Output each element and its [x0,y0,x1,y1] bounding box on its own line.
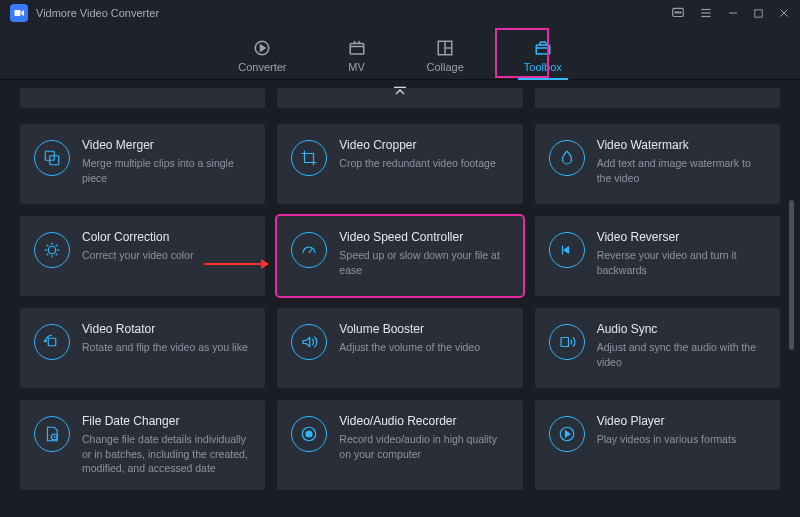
card-title: Video/Audio Recorder [339,414,508,428]
svg-rect-17 [536,45,550,54]
card-desc: Merge multiple clips into a single piece [82,156,251,185]
recorder-icon [291,416,327,452]
tab-toolbox[interactable]: Toolbox [524,39,562,79]
watermark-icon [549,140,585,176]
color-icon [34,232,70,268]
cropper-icon [291,140,327,176]
tab-mv[interactable]: MV [347,39,367,79]
card-video-audio-recorder[interactable]: Video/Audio Recorder Record video/audio … [277,400,522,490]
svg-point-21 [48,246,56,254]
svg-rect-13 [350,44,364,55]
svg-line-26 [47,245,49,247]
card-title: Audio Sync [597,322,766,336]
card-audio-sync[interactable]: Audio Sync Adjust and sync the audio wit… [535,308,780,388]
card-desc: Crop the redundant video footage [339,156,508,171]
main-tabs: Converter MV Collage Toolbox [0,26,800,80]
card-video-player[interactable]: Video Player Play videos in various form… [535,400,780,490]
card-desc: Play videos in various formats [597,432,766,447]
svg-line-29 [56,245,58,247]
card-desc: Change file date details individually or… [82,432,251,476]
card-video-reverser[interactable]: Video Reverser Reverse your video and tu… [535,216,780,296]
card-video-rotator[interactable]: Video Rotator Rotate and flip the video … [20,308,265,388]
card-title: File Date Changer [82,414,251,428]
card-title: Video Rotator [82,322,251,336]
toolbox-content: Video Merger Merge multiple clips into a… [0,80,800,517]
card-desc: Reverse your video and turn it backwards [597,248,766,277]
card-desc: Record video/audio in high quality on yo… [339,432,508,461]
close-icon[interactable] [778,7,790,19]
card-title: Video Merger [82,138,251,152]
feedback-icon[interactable] [671,6,685,20]
card-title: Video Speed Controller [339,230,508,244]
svg-point-36 [306,431,312,437]
tab-label: Toolbox [524,61,562,73]
card-desc: Rotate and flip the video as you like [82,340,251,355]
svg-point-4 [680,12,681,13]
card-video-watermark[interactable]: Video Watermark Add text and image water… [535,124,780,204]
svg-line-30 [309,249,312,254]
player-icon [549,416,585,452]
app-title: Vidmore Video Converter [36,7,671,19]
card-desc: Add text and image watermark to the vide… [597,156,766,185]
card-desc: Speed up or slow down your file at ease [339,248,508,277]
svg-rect-32 [48,338,56,346]
card-color-correction[interactable]: Color Correction Correct your video colo… [20,216,265,296]
svg-point-2 [675,12,676,13]
tab-collage[interactable]: Collage [427,39,464,79]
card-title: Video Cropper [339,138,508,152]
card-file-date-changer[interactable]: File Date Changer Change file date detai… [20,400,265,490]
titlebar: Vidmore Video Converter [0,0,800,26]
card-desc: Correct your video color [82,248,251,263]
svg-line-28 [47,254,49,256]
partial-card[interactable] [20,88,265,108]
card-title: Color Correction [82,230,251,244]
svg-rect-9 [755,9,762,16]
tab-label: MV [348,61,365,73]
card-title: Video Reverser [597,230,766,244]
card-volume-booster[interactable]: Volume Booster Adjust the volume of the … [277,308,522,388]
card-title: Video Watermark [597,138,766,152]
speed-icon [291,232,327,268]
menu-icon[interactable] [699,6,713,20]
merger-icon [34,140,70,176]
scrollbar-thumb[interactable] [789,200,794,350]
filedate-icon [34,416,70,452]
toolbox-grid: Video Merger Merge multiple clips into a… [20,124,780,490]
card-desc: Adjust and sync the audio with the video [597,340,766,369]
maximize-icon[interactable] [753,8,764,19]
tab-converter[interactable]: Converter [238,39,286,79]
minimize-icon[interactable] [727,7,739,19]
svg-rect-33 [561,338,569,347]
tab-label: Converter [238,61,286,73]
card-title: Video Player [597,414,766,428]
partial-card[interactable] [535,88,780,108]
window-controls [671,6,790,20]
annotation-arrow [204,263,268,265]
card-desc: Adjust the volume of the video [339,340,508,355]
card-video-speed-controller[interactable]: Video Speed Controller Speed up or slow … [277,216,522,296]
volume-icon [291,324,327,360]
card-title: Volume Booster [339,322,508,336]
rotator-icon [34,324,70,360]
svg-point-3 [677,12,678,13]
card-video-merger[interactable]: Video Merger Merge multiple clips into a… [20,124,265,204]
tab-label: Collage [427,61,464,73]
svg-rect-0 [15,10,21,16]
scroll-up-icon[interactable] [392,85,408,102]
reverser-icon [549,232,585,268]
audiosync-icon [549,324,585,360]
card-video-cropper[interactable]: Video Cropper Crop the redundant video f… [277,124,522,204]
svg-line-27 [56,254,58,256]
app-logo [10,4,28,22]
